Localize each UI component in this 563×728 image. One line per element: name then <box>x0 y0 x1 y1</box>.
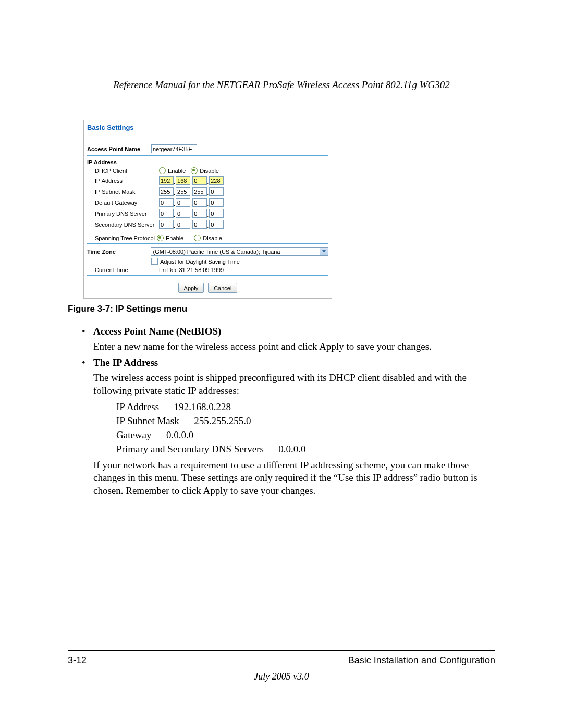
bullet-ip-text2: If your network has a requirement to use… <box>93 459 495 497</box>
sublist-item: IP Address — 192.168.0.228 <box>105 401 495 413</box>
dst-label: Adjust for Daylight Saving Time <box>160 258 240 265</box>
dhcp-disable-radio[interactable] <box>191 167 198 174</box>
ip-sublist: IP Address — 192.168.0.228 IP Subnet Mas… <box>93 401 495 455</box>
dns1-octet-1[interactable] <box>159 209 174 218</box>
dhcp-enable-text: Enable <box>168 168 186 174</box>
svg-marker-0 <box>322 250 326 253</box>
section-rule <box>87 231 328 231</box>
mask-octet-4[interactable] <box>209 187 224 196</box>
dhcp-disable-text: Disable <box>200 168 219 174</box>
dns1-label: Primary DNS Server <box>87 211 159 217</box>
page-footer: 3-12 Basic Installation and Configuratio… <box>68 650 495 682</box>
panel-title: Basic Settings <box>87 122 328 140</box>
bullet-ip: The IP Address The wireless access point… <box>82 357 495 497</box>
page-number: 3-12 <box>68 655 87 666</box>
footer-rule <box>68 650 495 651</box>
stp-disable-text: Disable <box>203 235 222 241</box>
chevron-down-icon <box>320 248 328 255</box>
dns2-octet-1[interactable] <box>159 220 174 229</box>
ip-octet-1[interactable] <box>159 176 174 185</box>
gw-octet-4[interactable] <box>209 198 224 207</box>
cancel-button[interactable]: Cancel <box>208 283 237 293</box>
mask-octet-1[interactable] <box>159 187 174 196</box>
gw-octet-2[interactable] <box>176 198 190 207</box>
dns2-octet-3[interactable] <box>192 220 207 229</box>
stp-label: Spanning Tree Protocol <box>87 235 157 241</box>
ip-octet-3[interactable] <box>192 176 207 185</box>
dns1-octet-4[interactable] <box>209 209 224 218</box>
tz-label: Time Zone <box>87 249 151 255</box>
mask-octet-3[interactable] <box>192 187 207 196</box>
bullet-ip-title: The IP Address <box>93 357 495 368</box>
dhcp-enable-radio[interactable] <box>159 167 166 174</box>
ip-octet-2[interactable] <box>176 176 190 185</box>
dns1-octet-3[interactable] <box>192 209 207 218</box>
stp-disable-radio[interactable] <box>194 235 201 241</box>
doc-date: July 2005 v3.0 <box>68 671 495 682</box>
stp-enable-text: Enable <box>166 235 183 241</box>
apn-label: Access Point Name <box>87 146 151 152</box>
doc-bullet-list: Access Point Name (NetBIOS) Enter a new … <box>68 326 495 497</box>
dhcp-label: DHCP Client <box>87 168 159 174</box>
gw-octet-1[interactable] <box>159 198 174 207</box>
basic-settings-panel: Basic Settings Access Point Name IP Addr… <box>83 120 332 299</box>
ip-label: IP Address <box>87 178 159 184</box>
dst-checkbox[interactable] <box>151 258 158 265</box>
sublist-item: Gateway — 0.0.0.0 <box>105 429 495 441</box>
stp-enable-radio[interactable] <box>157 235 164 241</box>
mask-octet-2[interactable] <box>176 187 190 196</box>
bullet-apn-text: Enter a new name for the wireless access… <box>93 340 495 353</box>
bullet-apn-title: Access Point Name (NetBIOS) <box>93 326 495 337</box>
bullet-ip-text1: The wireless access point is shipped pre… <box>93 372 495 397</box>
tz-select[interactable]: (GMT-08:00) Pacific Time (US & Canada); … <box>151 247 328 256</box>
ip-section-header: IP Address <box>87 159 117 165</box>
section-name: Basic Installation and Configuration <box>348 655 495 666</box>
apn-input[interactable] <box>151 144 197 153</box>
apply-button[interactable]: Apply <box>178 283 204 293</box>
ip-octet-4[interactable] <box>209 176 224 185</box>
gw-octet-3[interactable] <box>192 198 207 207</box>
section-rule <box>87 155 328 156</box>
section-rule <box>87 243 328 244</box>
tz-value: (GMT-08:00) Pacific Time (US & Canada); … <box>153 249 280 255</box>
dns1-octet-2[interactable] <box>176 209 190 218</box>
mask-label: IP Subnet Mask <box>87 189 159 195</box>
section-rule <box>87 275 328 276</box>
sublist-item: Primary and Secondary DNS Servers — 0.0.… <box>105 443 495 455</box>
dns2-octet-2[interactable] <box>176 220 190 229</box>
time-value: Fri Dec 31 21:58:09 1999 <box>159 267 224 273</box>
dns2-label: Secondary DNS Server <box>87 221 159 228</box>
section-rule <box>87 141 328 141</box>
header-rule <box>68 97 495 97</box>
sublist-item: IP Subnet Mask — 255.255.255.0 <box>105 415 495 427</box>
gw-label: Default Gateway <box>87 200 159 206</box>
running-header: Reference Manual for the NETGEAR ProSafe… <box>68 79 495 91</box>
bullet-apn: Access Point Name (NetBIOS) Enter a new … <box>82 326 495 353</box>
figure-caption: Figure 3-7: IP Settings menu <box>68 304 495 314</box>
dns2-octet-4[interactable] <box>209 220 224 229</box>
time-label: Current Time <box>87 267 159 273</box>
